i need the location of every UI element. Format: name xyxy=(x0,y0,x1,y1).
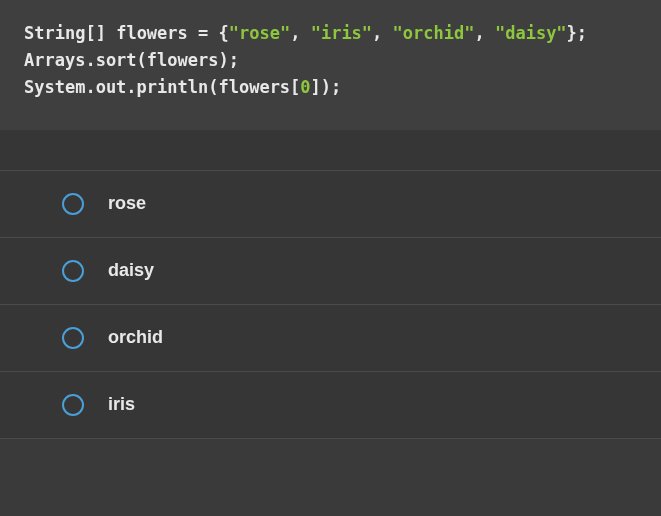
option-label: daisy xyxy=(108,260,154,281)
code-token: String xyxy=(24,23,85,43)
code-line-1: String[] flowers = {"rose", "iris", "orc… xyxy=(24,20,637,47)
code-token: System.out.println(flowers[ xyxy=(24,77,300,97)
code-token: [] xyxy=(85,23,105,43)
code-token: 0 xyxy=(300,77,310,97)
radio-icon[interactable] xyxy=(62,260,84,282)
code-line-3: System.out.println(flowers[0]); xyxy=(24,74,637,101)
option-label: rose xyxy=(108,193,146,214)
option-row[interactable]: daisy xyxy=(0,237,661,304)
code-token: = { xyxy=(188,23,229,43)
option-row[interactable]: orchid xyxy=(0,304,661,371)
code-token: "orchid" xyxy=(393,23,475,43)
code-line-2: Arrays.sort(flowers); xyxy=(24,47,637,74)
option-row[interactable]: iris xyxy=(0,371,661,439)
code-token: , xyxy=(372,23,392,43)
code-token: flowers xyxy=(116,23,188,43)
option-label: iris xyxy=(108,394,135,415)
radio-icon[interactable] xyxy=(62,327,84,349)
code-token: , xyxy=(474,23,494,43)
option-row[interactable]: rose xyxy=(0,170,661,237)
code-token: ]); xyxy=(311,77,342,97)
code-block: String[] flowers = {"rose", "iris", "orc… xyxy=(0,0,661,130)
code-token: "rose" xyxy=(229,23,290,43)
radio-icon[interactable] xyxy=(62,193,84,215)
radio-icon[interactable] xyxy=(62,394,84,416)
code-token xyxy=(106,23,116,43)
code-token: "daisy" xyxy=(495,23,567,43)
option-label: orchid xyxy=(108,327,163,348)
code-token: Arrays.sort(flowers); xyxy=(24,50,239,70)
code-token: "iris" xyxy=(311,23,372,43)
code-token: }; xyxy=(567,23,587,43)
code-token: , xyxy=(290,23,310,43)
answer-options: rosedaisyorchidiris xyxy=(0,130,661,439)
